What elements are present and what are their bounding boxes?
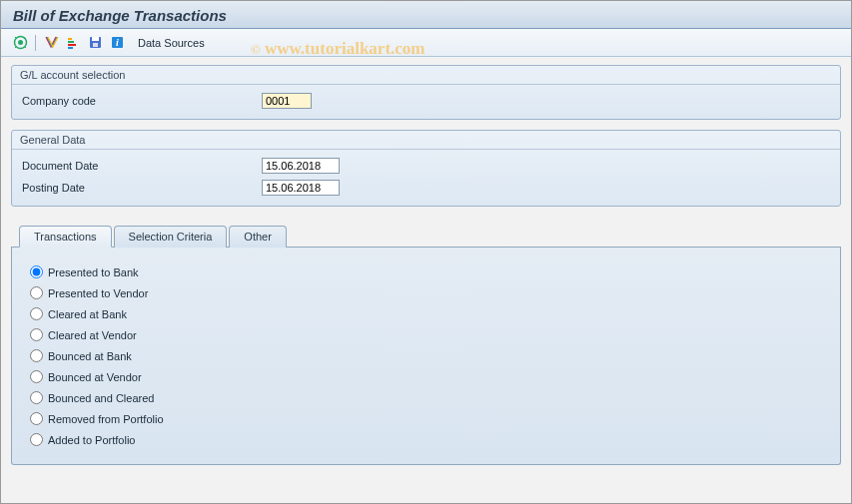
svg-point-1: [18, 40, 23, 45]
svg-rect-7: [92, 37, 99, 41]
radio-presented-vendor-input[interactable]: [30, 286, 43, 299]
radio-bounced-vendor-input[interactable]: [30, 370, 43, 383]
company-code-input[interactable]: [262, 93, 312, 109]
tab-transactions[interactable]: Transactions: [19, 226, 112, 248]
tab-selection-criteria[interactable]: Selection Criteria: [114, 226, 228, 248]
report-icon[interactable]: [64, 34, 82, 52]
radio-cleared-vendor-input[interactable]: [30, 328, 43, 341]
general-data-group: General Data Document Date Posting Date: [11, 130, 841, 207]
svg-rect-3: [68, 41, 74, 43]
posting-date-label: Posting Date: [22, 182, 262, 194]
radio-bounced-bank[interactable]: Bounced at Bank: [30, 345, 822, 366]
execute-icon[interactable]: [11, 34, 29, 52]
save-icon[interactable]: [86, 34, 104, 52]
page-title: Bill of Exchange Transactions: [13, 7, 839, 24]
group-title-general: General Data: [12, 131, 840, 150]
svg-rect-2: [68, 38, 72, 40]
toolbar-separator: [35, 35, 36, 51]
info-icon[interactable]: i: [108, 34, 126, 52]
svg-rect-5: [68, 47, 73, 49]
radio-removed-portfolio[interactable]: Removed from Portfolio: [30, 408, 822, 429]
svg-rect-4: [68, 44, 76, 46]
radio-added-portfolio[interactable]: Added to Portfolio: [30, 429, 822, 450]
radio-presented-bank-input[interactable]: [30, 265, 43, 278]
posting-date-input[interactable]: [262, 180, 340, 196]
tab-other[interactable]: Other: [229, 226, 287, 248]
radio-presented-vendor[interactable]: Presented to Vendor: [30, 282, 822, 303]
radio-added-portfolio-input[interactable]: [30, 433, 43, 446]
toolbar: i Data Sources: [1, 29, 851, 57]
title-bar: Bill of Exchange Transactions: [1, 1, 851, 29]
tab-row: Transactions Selection Criteria Other: [11, 225, 841, 248]
svg-rect-8: [93, 43, 98, 47]
radio-bounced-bank-input[interactable]: [30, 349, 43, 362]
get-variant-icon[interactable]: [42, 34, 60, 52]
radio-cleared-bank-input[interactable]: [30, 307, 43, 320]
radio-bounced-cleared-input[interactable]: [30, 391, 43, 404]
gl-account-group: G/L account selection Company code: [11, 65, 841, 120]
radio-cleared-vendor[interactable]: Cleared at Vendor: [30, 324, 822, 345]
radio-bounced-vendor[interactable]: Bounced at Vendor: [30, 366, 822, 387]
svg-text:i: i: [116, 37, 119, 48]
data-sources-button[interactable]: Data Sources: [130, 35, 213, 51]
company-code-label: Company code: [22, 95, 262, 107]
radio-bounced-cleared[interactable]: Bounced and Cleared: [30, 387, 822, 408]
document-date-label: Document Date: [22, 160, 262, 172]
document-date-input[interactable]: [262, 158, 340, 174]
radio-presented-bank[interactable]: Presented to Bank: [30, 261, 822, 282]
tab-panel-transactions: Presented to Bank Presented to Vendor Cl…: [11, 248, 841, 465]
content-area: © www.tutorialkart.com G/L account selec…: [1, 57, 851, 473]
radio-cleared-bank[interactable]: Cleared at Bank: [30, 303, 822, 324]
group-title-gl: G/L account selection: [12, 66, 840, 85]
radio-removed-portfolio-input[interactable]: [30, 412, 43, 425]
tab-strip: Transactions Selection Criteria Other Pr…: [11, 225, 841, 465]
